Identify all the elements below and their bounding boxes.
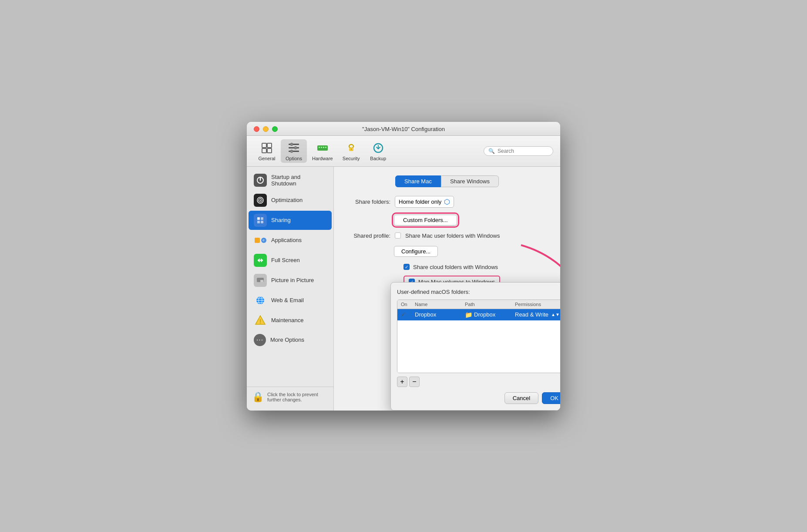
sidebar-item-fullscreen[interactable]: Full Screen [249, 251, 332, 270]
cloud-folders-checkbox[interactable]: ✓ [404, 264, 410, 270]
main-area: Startup and Shutdown Optimization [247, 167, 560, 411]
toolbar-options[interactable]: Options [281, 139, 307, 163]
configure-row: Configure... [343, 246, 551, 257]
sidebar-item-more[interactable]: ··· More Options [249, 331, 332, 349]
col-permissions: Permissions [515, 302, 560, 307]
svg-rect-12 [321, 147, 322, 148]
sidebar-items-list: Startup and Shutdown Optimization [247, 170, 333, 350]
svg-rect-11 [319, 147, 320, 148]
sidebar-maintenance-label: Maintenance [271, 317, 303, 323]
shared-profile-row: Shared profile: Share Mac user folders w… [343, 232, 551, 239]
sidebar-fullscreen-label: Full Screen [271, 257, 300, 263]
toolbar-items: General Options [254, 139, 482, 163]
svg-rect-0 [262, 143, 266, 148]
custom-folders-button[interactable]: Custom Folders... [394, 215, 457, 226]
shared-profile-checkbox[interactable] [395, 232, 401, 239]
svg-rect-14 [325, 147, 326, 148]
dialog-title: User-defined macOS folders: [397, 289, 560, 295]
maintenance-icon: ! [254, 314, 267, 327]
fullscreen-icon [254, 254, 267, 267]
content-panel: Share Mac Share Windows Share folders: H… [334, 167, 560, 411]
window-title: "Jason-VM-Win10" Configuration [362, 126, 445, 132]
svg-rect-5 [289, 147, 299, 148]
svg-rect-27 [261, 221, 263, 223]
sidebar-sharing-label: Sharing [271, 217, 291, 223]
dialog-table-header: On Name Path Permissions [397, 300, 560, 309]
toolbar-hardware[interactable]: Hardware [308, 139, 337, 163]
sidebar-web-label: Web & Email [271, 297, 304, 303]
row-permissions: Read & Write ▲▼ [515, 311, 560, 318]
toolbar-security[interactable]: Security [338, 139, 364, 163]
tab-share-mac[interactable]: Share Mac [395, 175, 441, 187]
add-folder-button[interactable]: + [397, 377, 407, 387]
sidebar-item-web[interactable]: Web & Email [249, 291, 332, 310]
pip-icon [254, 274, 267, 287]
user-folders-dialog: User-defined macOS folders: On Name Path… [390, 282, 560, 411]
cancel-button[interactable]: Cancel [504, 392, 538, 404]
sidebar: Startup and Shutdown Optimization [247, 167, 334, 411]
dialog-table: On Name Path Permissions ✓ Dropbox 📁 Dro… [397, 300, 560, 373]
svg-rect-13 [323, 147, 324, 148]
maximize-button[interactable] [272, 126, 278, 132]
general-icon [260, 141, 274, 155]
svg-rect-24 [257, 217, 260, 220]
hardware-icon [316, 141, 330, 155]
minimize-button[interactable] [263, 126, 269, 132]
toolbar-general[interactable]: General [254, 139, 280, 163]
backup-icon [371, 141, 385, 155]
dialog-footer: Cancel OK [397, 392, 560, 404]
svg-point-23 [260, 199, 261, 201]
sidebar-item-applications[interactable]: e Applications [249, 231, 332, 250]
backup-label: Backup [370, 156, 386, 161]
sidebar-item-maintenance[interactable]: ! Maintenance [249, 311, 332, 330]
titlebar: "Jason-VM-Win10" Configuration [247, 122, 560, 136]
svg-rect-3 [267, 148, 272, 153]
shared-profile-label: Shared profile: [343, 232, 390, 239]
tab-bar: Share Mac Share Windows [343, 175, 551, 187]
sidebar-optimization-label: Optimization [271, 197, 303, 203]
security-label: Security [343, 156, 360, 161]
sidebar-startup-label: Startup and Shutdown [271, 174, 326, 187]
main-window: "Jason-VM-Win10" Configuration General [247, 122, 560, 411]
table-row[interactable]: ✓ Dropbox 📁 Dropbox Read & Write ▲▼ [397, 309, 560, 320]
row-name: Dropbox [415, 311, 463, 318]
hardware-label: Hardware [312, 156, 333, 161]
dialog-empty-area [397, 320, 560, 373]
traffic-lights [254, 126, 278, 132]
dialog-controls: + − [397, 377, 560, 387]
svg-text:!: ! [259, 318, 262, 325]
tab-share-windows[interactable]: Share Windows [441, 175, 499, 187]
lock-text: Click the lock to prevent further change… [267, 392, 328, 402]
share-folders-label: Share folders: [343, 199, 390, 205]
close-button[interactable] [254, 126, 259, 132]
share-folders-dropdown[interactable]: Home folder only ⬡ [395, 196, 454, 208]
remove-folder-button[interactable]: − [409, 377, 420, 387]
sidebar-pip-label: Picture in Picture [271, 277, 314, 283]
col-name: Name [415, 302, 463, 307]
sidebar-applications-label: Applications [271, 237, 302, 243]
toolbar-backup[interactable]: Backup [365, 139, 391, 163]
toolbar: General Options [247, 136, 560, 167]
dropdown-arrow-icon: ⬡ [444, 198, 450, 206]
configure-button[interactable]: Configure... [394, 246, 438, 257]
col-on: On [401, 302, 413, 307]
ok-button[interactable]: OK [542, 392, 560, 404]
search-container[interactable]: 🔍 [484, 146, 553, 156]
general-label: General [258, 156, 275, 161]
search-input[interactable] [498, 148, 550, 154]
sidebar-item-optimization[interactable]: Optimization [249, 191, 332, 210]
row-check-icon: ✓ [401, 311, 413, 318]
search-icon: 🔍 [488, 148, 495, 154]
sidebar-item-sharing[interactable]: Sharing [249, 211, 332, 230]
security-icon [344, 141, 358, 155]
sidebar-item-startup[interactable]: Startup and Shutdown [249, 171, 332, 190]
applications-icon: e [254, 234, 267, 247]
svg-point-9 [290, 150, 293, 152]
row-path: 📁 Dropbox [465, 311, 513, 318]
svg-point-8 [294, 146, 297, 149]
lock-icon[interactable]: 🔒 [252, 391, 264, 403]
sidebar-item-pip[interactable]: Picture in Picture [249, 271, 332, 290]
custom-folders-row: Custom Folders... [343, 215, 551, 226]
optimization-icon [254, 194, 267, 207]
sidebar-footer: 🔒 Click the lock to prevent further chan… [247, 387, 333, 407]
